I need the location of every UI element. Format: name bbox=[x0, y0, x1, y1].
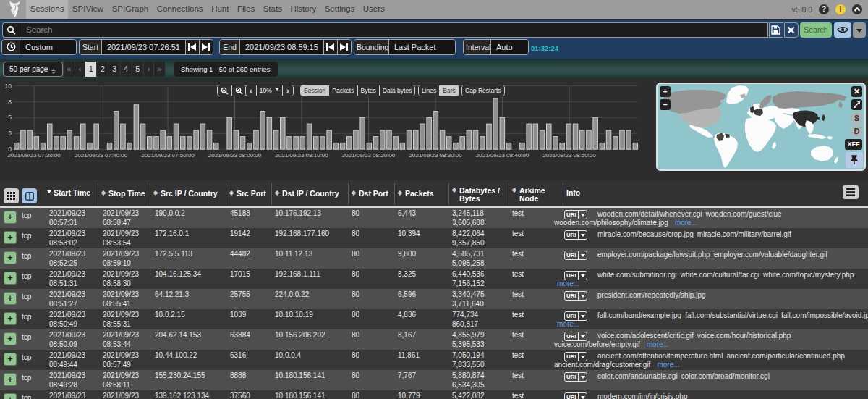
svg-text:8: 8 bbox=[8, 98, 12, 106]
svg-text:2021/09/23 07:40:00: 2021/09/23 07:40:00 bbox=[75, 152, 128, 159]
svg-text:2021/09/23 08:40:00: 2021/09/23 08:40:00 bbox=[476, 152, 529, 159]
svg-text:2021/09/23 07:50:00: 2021/09/23 07:50:00 bbox=[141, 152, 195, 159]
svg-text:2021/09/23 08:50:00: 2021/09/23 08:50:00 bbox=[542, 152, 596, 159]
svg-text:2021/09/23 07:30:00: 2021/09/23 07:30:00 bbox=[7, 152, 61, 159]
svg-text:2021/09/23 08:20:00: 2021/09/23 08:20:00 bbox=[342, 152, 396, 159]
svg-text:2021/09/23 08:30:00: 2021/09/23 08:30:00 bbox=[409, 152, 462, 159]
svg-text:2021/09/23 08:00:00: 2021/09/23 08:00:00 bbox=[208, 152, 262, 159]
svg-text:5: 5 bbox=[8, 114, 12, 121]
svg-text:2021/09/23 08:10:00: 2021/09/23 08:10:00 bbox=[275, 152, 328, 159]
svg-text:3: 3 bbox=[8, 130, 12, 137]
